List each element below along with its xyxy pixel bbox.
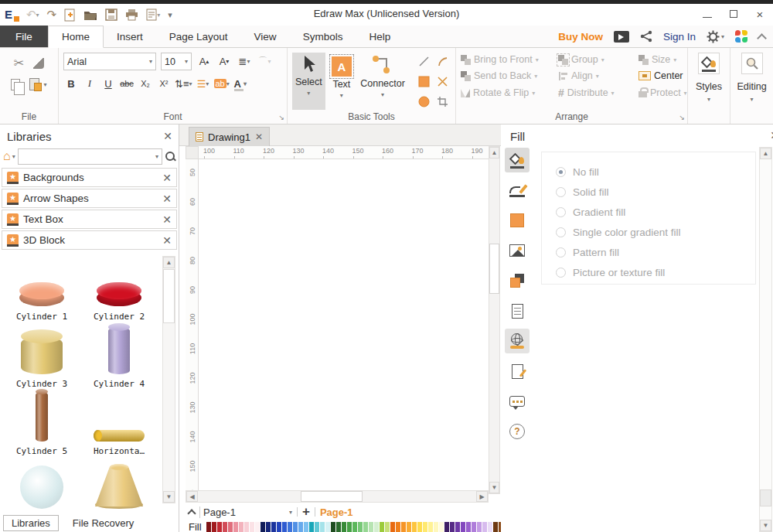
shape-horizontal-cylinder[interactable]: Horizonta… [80, 389, 158, 456]
tab-page-layout[interactable]: Page Layout [156, 26, 241, 47]
fill-panel-scrollbar[interactable]: ▲ ▼ [759, 147, 772, 532]
color-swatch[interactable] [228, 522, 233, 532]
page-setup-icon[interactable] [505, 298, 530, 323]
color-swatch[interactable] [233, 522, 238, 532]
font-color-button[interactable]: A▾ [233, 76, 248, 91]
color-swatch[interactable] [412, 522, 417, 532]
color-swatch[interactable] [380, 522, 384, 532]
help-icon[interactable]: ? [505, 419, 530, 444]
arrange-dialog-launcher-icon[interactable]: ↘ [679, 114, 685, 121]
option-single-color-gradient-fill[interactable]: Single color gradient fill [556, 222, 755, 242]
center-button[interactable]: Center [638, 70, 687, 81]
buy-now-link[interactable]: Buy Now [558, 31, 603, 43]
color-swatch[interactable] [374, 522, 379, 532]
decrease-font-button[interactable]: A▾ [216, 54, 232, 70]
distribute-button[interactable]: #Distribute▾ [558, 87, 638, 99]
minimize-button[interactable] [694, 4, 720, 24]
increase-font-button[interactable]: A▴ [196, 54, 212, 70]
color-swatch[interactable] [466, 522, 471, 532]
scroll-down-icon[interactable]: ▼ [760, 520, 771, 531]
underline-button[interactable]: U [100, 76, 116, 91]
tab-home[interactable]: Home [48, 26, 104, 48]
color-swatch[interactable] [239, 522, 243, 532]
color-swatch[interactable] [309, 522, 314, 532]
bullets-button[interactable]: ☰▾ [196, 76, 211, 91]
color-swatch[interactable] [288, 522, 292, 532]
ellipse-tool-button[interactable] [415, 92, 432, 111]
color-swatch[interactable] [428, 522, 433, 532]
scroll-down-icon[interactable]: ▼ [489, 482, 499, 493]
color-swatch[interactable] [444, 522, 449, 532]
color-swatch[interactable] [450, 522, 455, 532]
color-swatch[interactable] [352, 522, 357, 532]
shape-cylinder-1[interactable]: Cylinder 1 [3, 254, 80, 322]
color-swatch[interactable] [244, 522, 249, 532]
cut-button[interactable]: ✂ [14, 56, 24, 70]
size-button[interactable]: Size▾ [638, 54, 687, 65]
color-swatch[interactable] [417, 522, 422, 532]
editing-button[interactable] [741, 53, 763, 74]
search-icon[interactable] [165, 151, 175, 162]
line-tool-button[interactable] [415, 52, 432, 70]
bold-button[interactable]: B [63, 76, 79, 91]
libraries-scrollbar[interactable]: ▲ ▼ [162, 256, 175, 503]
undo-button[interactable]: ↶▾ [26, 8, 39, 22]
bring-to-front-button[interactable]: Bring to Front▾ [461, 54, 558, 65]
subscript-button[interactable]: X₂ [138, 76, 153, 91]
scrollbar-thumb[interactable] [163, 269, 175, 323]
italic-button[interactable]: I [82, 76, 97, 91]
color-swatch[interactable] [396, 522, 400, 532]
comment-icon[interactable] [505, 389, 530, 414]
close-button[interactable]: × [747, 4, 773, 24]
tab-help[interactable]: Help [356, 26, 404, 47]
color-swatch[interactable] [401, 522, 406, 532]
paste-button[interactable]: ▾ [29, 78, 46, 90]
freeform-tool-button[interactable] [434, 72, 451, 90]
color-swatch[interactable] [407, 522, 411, 532]
color-swatch[interactable] [347, 522, 352, 532]
section-close-icon[interactable]: ✕ [162, 193, 172, 205]
library-section-text-box[interactable]: ★ Text Box ✕ [2, 210, 177, 229]
highlight-button[interactable]: ab▾ [214, 76, 230, 91]
font-size-select[interactable]: 10▾ [161, 53, 192, 70]
document-tab-close-icon[interactable]: ✕ [255, 131, 263, 142]
tab-symbols[interactable]: Symbols [290, 26, 356, 47]
tab-insert[interactable]: Insert [104, 26, 156, 47]
color-swatch[interactable] [336, 522, 341, 532]
connector-tool-button[interactable]: Connector ▾ [358, 53, 407, 110]
redo-button[interactable]: ↷ [47, 8, 57, 22]
color-swatch[interactable] [261, 522, 265, 532]
superscript-button[interactable]: X² [156, 76, 172, 91]
print-button[interactable] [125, 9, 138, 21]
fill-bucket-icon[interactable] [505, 148, 530, 172]
libraries-close-icon[interactable]: ✕ [163, 130, 172, 142]
color-swatch[interactable] [482, 522, 487, 532]
color-swatch[interactable] [472, 522, 476, 532]
add-page-button[interactable]: + [302, 504, 310, 520]
font-family-select[interactable]: Arial▾ [63, 53, 156, 70]
shape-cylinder-2[interactable]: Cylinder 2 [80, 254, 158, 322]
rectangle-tool-button[interactable] [415, 72, 432, 90]
color-swatch[interactable] [320, 522, 325, 532]
color-swatch[interactable] [255, 522, 260, 532]
print-preview-button[interactable]: ▾ [146, 9, 160, 21]
scroll-up-icon[interactable]: ▲ [489, 147, 499, 159]
color-swatch[interactable] [461, 522, 465, 532]
color-swatch[interactable] [434, 522, 438, 532]
section-close-icon[interactable]: ✕ [162, 172, 172, 184]
scroll-down-icon[interactable]: ▼ [163, 491, 175, 503]
styles-button[interactable] [698, 53, 720, 74]
scroll-right-icon[interactable]: ▶ [476, 491, 488, 502]
section-close-icon[interactable]: ✕ [162, 213, 172, 226]
color-swatch[interactable] [277, 522, 281, 532]
page-tab[interactable]: Page-1 ▾ [199, 506, 292, 518]
color-swatch[interactable] [250, 522, 254, 532]
protect-button[interactable]: Protect▾ [638, 87, 687, 99]
option-solid-fill[interactable]: Solid fill [556, 182, 755, 202]
open-folder-button[interactable] [83, 9, 97, 21]
library-search-input[interactable]: ▾ [18, 148, 162, 165]
color-swatch[interactable] [439, 522, 444, 532]
option-no-fill[interactable]: No fill [556, 162, 755, 182]
sign-in-link[interactable]: Sign In [663, 31, 696, 43]
section-close-icon[interactable]: ✕ [162, 234, 172, 247]
